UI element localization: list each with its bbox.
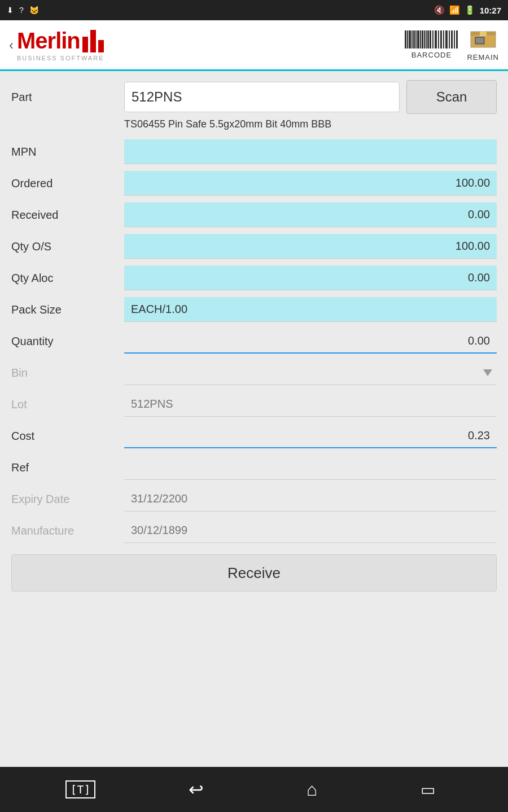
ref-input-area [124,455,497,480]
bin-label: Bin [11,367,124,379]
status-bar-right: 🔇 📶 🔋 10:27 [434,5,501,15]
status-bar: ⬇ ? 🐱 🔇 📶 🔋 10:27 [0,0,508,20]
ref-label: Ref [11,461,124,474]
status-bar-left-icons: ⬇ ? 🐱 [7,6,39,15]
quantity-input-area [124,329,497,354]
remain-label: REMAIN [467,53,499,61]
qty-os-input-area [124,234,497,259]
ref-row: Ref [11,453,497,482]
home-icon: ⌂ [306,779,317,800]
manufacture-row: Manufacture [11,516,497,545]
cost-input-area [124,423,497,448]
logo-bars [82,30,104,52]
svg-rect-5 [443,30,444,48]
cost-label: Cost [11,430,124,443]
cost-row: Cost [11,421,497,451]
part-label: Part [11,91,124,104]
logo-text: Merlin [17,28,80,54]
bin-row: Bin [11,358,497,387]
pack-size-row: Pack Size [11,295,497,324]
part-input-area: Scan [124,80,497,114]
svg-rect-15 [476,38,484,43]
mpn-input-area [124,139,497,164]
svg-rect-8 [451,30,453,48]
qty-os-row: Qty O/S [11,232,497,261]
merlin-logo: Merlin BUSINESS SOFTWARE [17,28,104,61]
mute-icon: 🔇 [434,5,445,15]
qty-aloc-label: Qty Aloc [11,272,124,285]
mpn-input[interactable] [124,139,497,164]
header-right-buttons: BARCODE REMAIN [405,28,499,61]
received-row: Received [11,200,497,230]
app-header: ‹ Merlin BUSINESS SOFTWARE [0,20,508,71]
download-icon: ⬇ [7,6,14,15]
manufacture-label: Manufacture [11,524,124,537]
logo-bar-1 [82,37,88,52]
svg-rect-13 [480,32,487,36]
pack-size-label: Pack Size [11,303,124,316]
ordered-input-area [124,171,497,196]
received-label: Received [11,209,124,222]
barcode-label: BARCODE [411,51,452,59]
expiry-date-input[interactable] [124,487,497,511]
spacer [11,594,497,758]
back-button[interactable]: ‹ [9,37,14,53]
barcode-button[interactable]: BARCODE [405,30,458,59]
mpn-label: MPN [11,145,124,158]
remain-button[interactable]: REMAIN [467,28,499,61]
scan-button[interactable]: Scan [406,80,497,114]
ordered-row: Ordered [11,169,497,198]
cat-icon: 🐱 [29,6,39,15]
pack-size-input-area [124,297,497,322]
mpn-row: MPN [11,137,497,166]
logo-bar-3 [98,40,104,52]
back-nav-button[interactable]: ↩ [179,773,213,806]
keyboard-icon: [T] [65,780,95,798]
manufacture-input[interactable] [124,518,497,543]
part-row: Part Scan [11,80,497,114]
lot-row: Lot [11,390,497,419]
svg-rect-7 [449,30,450,48]
quantity-row: Quantity [11,326,497,356]
qty-aloc-input-area [124,266,497,290]
question-icon: ? [19,6,24,15]
expiry-date-row: Expiry Date [11,484,497,514]
svg-rect-3 [438,30,439,48]
ordered-input [124,171,497,196]
svg-rect-1 [432,30,433,48]
barcode-icon [405,30,458,48]
recents-icon: ▭ [421,780,435,799]
svg-rect-9 [454,30,455,48]
logo-area: ‹ Merlin BUSINESS SOFTWARE [9,28,104,61]
bin-input[interactable] [124,360,497,385]
ref-input[interactable] [124,455,497,480]
keyboard-button[interactable]: [T] [64,773,98,806]
bottom-nav: [T] ↩ ⌂ ▭ [0,767,508,812]
pack-size-input [124,297,497,322]
expiry-date-input-area [124,487,497,511]
lot-label: Lot [11,398,124,411]
receive-button[interactable]: Receive [11,554,497,592]
qty-os-input [124,234,497,259]
svg-rect-4 [440,30,442,48]
manufacture-input-area [124,518,497,543]
lot-input-area [124,392,497,417]
svg-rect-0 [430,30,431,48]
wifi-icon: 📶 [449,5,460,15]
bin-dropdown-arrow[interactable] [483,369,492,376]
part-input[interactable] [124,82,400,112]
ordered-label: Ordered [11,177,124,190]
recents-button[interactable]: ▭ [411,773,445,806]
battery-icon: 🔋 [465,5,475,15]
logo-subtitle: BUSINESS SOFTWARE [17,55,104,61]
cost-input[interactable] [124,423,497,448]
qty-os-label: Qty O/S [11,240,124,253]
home-button[interactable]: ⌂ [295,773,329,806]
remain-icon [470,28,497,51]
svg-rect-10 [456,30,458,48]
received-input-area [124,202,497,227]
quantity-input[interactable] [124,329,497,354]
received-input [124,202,497,227]
svg-rect-6 [445,30,448,48]
lot-input[interactable] [124,392,497,417]
